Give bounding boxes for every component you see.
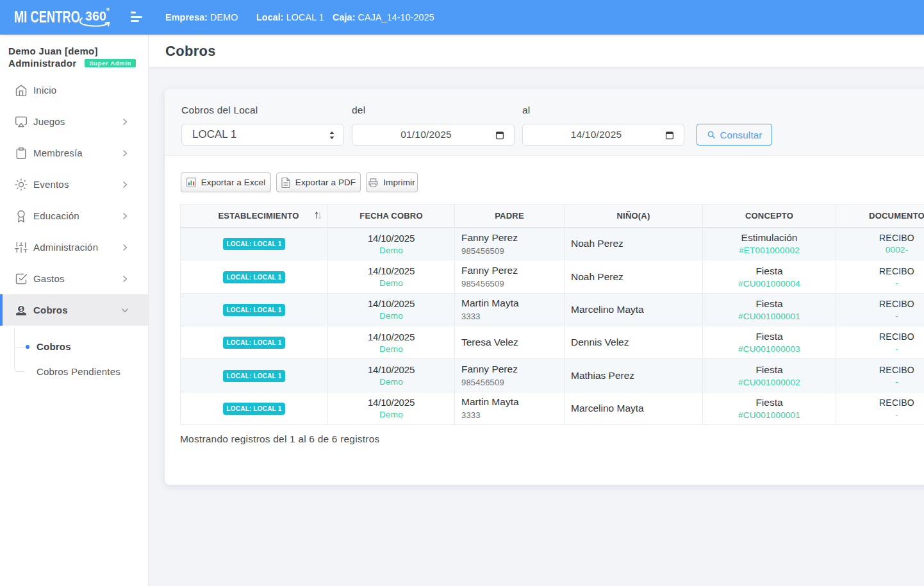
svg-text:$: $ (20, 306, 23, 312)
svg-text:360: 360 (85, 8, 106, 23)
svg-text:MI CENTRO: MI CENTRO (14, 8, 80, 26)
